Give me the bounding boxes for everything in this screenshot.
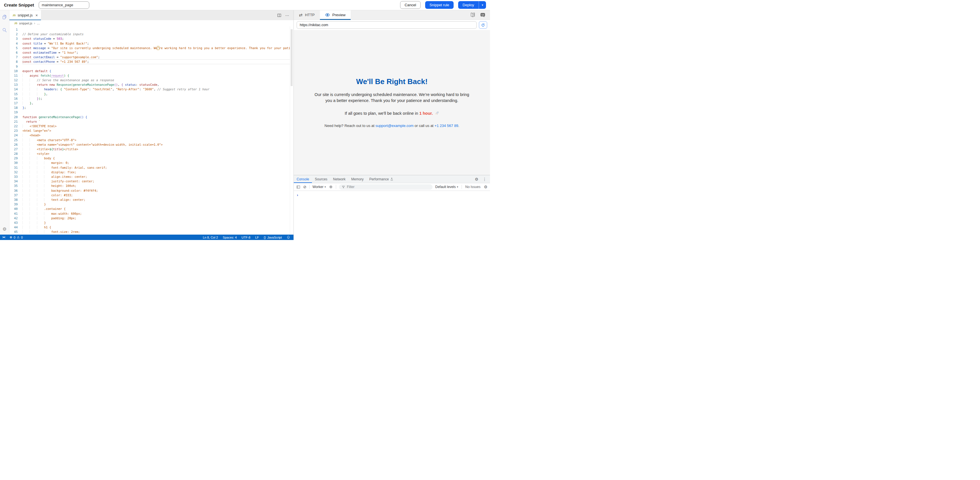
preview-panel-tabs: ⇄ HTTP Preview: [294, 10, 490, 20]
code-line: 24 <head>: [10, 133, 293, 138]
funnel-icon: [342, 185, 345, 189]
snippet-name-input[interactable]: [39, 2, 89, 9]
code-line: 25 <meta charset="UTF-8">: [10, 138, 293, 142]
console-settings-gear-icon[interactable]: ⚙: [484, 185, 487, 189]
code-line: 32 display: flex;: [10, 170, 293, 174]
console-toolbar: ⊘ Worker ▾: [294, 183, 490, 191]
phone-link[interactable]: +1 234 567 89: [434, 124, 458, 128]
devtools-tab-network[interactable]: Network: [330, 175, 348, 183]
line-number: 14: [10, 87, 22, 92]
search-icon[interactable]: [2, 27, 7, 33]
docs-book-icon[interactable]: [470, 13, 476, 17]
files-icon[interactable]: [2, 14, 7, 20]
split-editor-icon[interactable]: [277, 13, 281, 17]
console-prompt: ›: [297, 193, 298, 197]
discord-icon[interactable]: [480, 12, 485, 17]
error-icon: ⊗: [10, 236, 12, 239]
notifications-bell-icon[interactable]: [287, 236, 290, 239]
code-line: 2// Define your customizable inputs: [10, 32, 293, 36]
devtools-tabs: ConsoleSourcesNetworkMemoryPerformance ⚙…: [294, 175, 490, 183]
deploy-dropdown-button[interactable]: ▾: [479, 1, 486, 9]
kebab-menu-icon[interactable]: ⋮: [483, 177, 487, 182]
snippet-rule-button[interactable]: Snippet rule: [425, 1, 453, 9]
context-selector[interactable]: Worker ▾: [313, 185, 326, 189]
line-number: 11: [10, 73, 22, 78]
code-line: 20function generateMaintenancePage() {: [10, 115, 293, 119]
line-number: 34: [10, 179, 22, 184]
code-line: 26 <meta name="viewport" content="width=…: [10, 142, 293, 147]
code-lines: 12// Define your customizable inputs3con…: [10, 27, 293, 234]
code-line: 1: [10, 27, 293, 32]
eta-prefix: If all goes to plan, we'll be back onlin…: [345, 111, 419, 116]
cursor-position[interactable]: Ln 8, Col 2: [203, 236, 218, 239]
code-line: 13 return new Response(generateMaintenan…: [10, 82, 293, 87]
devtools-tab-performance[interactable]: Performance: [366, 175, 396, 183]
line-number: 44: [10, 225, 22, 230]
editor-scrollbar[interactable]: [290, 27, 293, 234]
devtools-tab-label: Performance: [369, 177, 389, 181]
line-number: 5: [10, 46, 22, 50]
url-input[interactable]: [297, 21, 477, 29]
language-mode[interactable]: {} JavaScript: [264, 236, 282, 239]
code-line: 35 height: 100vh;: [10, 184, 293, 188]
line-number: 27: [10, 147, 22, 151]
console-sidebar-toggle-icon[interactable]: [296, 185, 300, 189]
refresh-button[interactable]: [479, 21, 487, 29]
line-number: 35: [10, 184, 22, 188]
tab-close-icon[interactable]: ×: [35, 13, 38, 17]
line-number: 26: [10, 142, 22, 147]
filter-placeholder: Filter: [347, 185, 355, 189]
devtools-tab-console[interactable]: Console: [294, 175, 312, 183]
console-filter-input[interactable]: Filter: [339, 184, 433, 190]
editor-actions: ⋯: [277, 10, 293, 20]
deploy-button[interactable]: Deploy: [458, 1, 479, 9]
settings-gear-icon[interactable]: ⚙: [3, 227, 6, 232]
flask-icon: [390, 177, 393, 181]
breadcrumb[interactable]: JS snippet.js › …: [10, 20, 293, 27]
code-line: 31 font-family: Arial, sans-serif;: [10, 165, 293, 170]
tab-http[interactable]: ⇄ HTTP: [294, 10, 320, 20]
code-line: 33 align-items: center;: [10, 174, 293, 179]
eol-setting[interactable]: LF: [255, 236, 259, 239]
devtools-tab-memory[interactable]: Memory: [348, 175, 366, 183]
issues-counter[interactable]: No Issues: [465, 185, 480, 189]
help-prefix: Need help? Reach out to us at: [325, 124, 375, 128]
line-number: 10: [10, 69, 22, 73]
code-line: 38 text-align: center;: [10, 197, 293, 202]
devtools-tab-sources[interactable]: Sources: [312, 175, 330, 183]
remote-indicator-icon[interactable]: ><: [2, 236, 5, 239]
cancel-button[interactable]: Cancel: [400, 1, 421, 9]
preview-panel: ⇄ HTTP Preview: [293, 10, 490, 240]
indentation-setting[interactable]: Spaces: 4: [223, 236, 237, 239]
support-email-link[interactable]: support@example.com: [375, 124, 414, 128]
devtools-settings-gear-icon[interactable]: ⚙: [475, 177, 478, 182]
console-output[interactable]: ›: [294, 191, 490, 240]
tab-preview[interactable]: Preview: [320, 10, 351, 20]
clear-console-icon[interactable]: ⊘: [303, 185, 307, 189]
tab-snippet-js[interactable]: JS snippet.js ×: [10, 10, 41, 20]
more-actions-icon[interactable]: ⋯: [285, 13, 290, 17]
devtools: ConsoleSourcesNetworkMemoryPerformance ⚙…: [294, 175, 490, 240]
maintenance-eta: If all goes to plan, we'll be back onlin…: [312, 111, 473, 116]
line-number: 40: [10, 206, 22, 211]
line-number: 24: [10, 133, 22, 138]
line-number: 36: [10, 188, 22, 193]
line-number: 19: [10, 110, 22, 114]
tab-http-label: HTTP: [305, 13, 315, 17]
help-mid: or call us at: [414, 124, 434, 128]
line-number: 38: [10, 197, 22, 202]
log-levels-selector[interactable]: Default levels ▾: [435, 185, 458, 189]
help-suffix: .: [458, 124, 459, 128]
toolbar-divider: [336, 185, 336, 189]
problems-indicator[interactable]: ⊗ 0 ⚠ 0: [10, 236, 23, 239]
code-line: 41 max-width: 600px;: [10, 211, 293, 216]
line-number: 29: [10, 156, 22, 160]
line-number: 45: [10, 230, 22, 234]
live-expression-eye-icon[interactable]: [329, 185, 333, 189]
create-snippet-app: Create Snippet Cancel Snippet rule Deplo…: [0, 0, 490, 240]
devtools-tab-label: Sources: [315, 177, 327, 181]
encoding-setting[interactable]: UTF-8: [242, 236, 250, 239]
line-number: 31: [10, 165, 22, 170]
code-editor[interactable]: 12// Define your customizable inputs3con…: [10, 27, 293, 234]
scrollbar-thumb[interactable]: [291, 29, 293, 86]
